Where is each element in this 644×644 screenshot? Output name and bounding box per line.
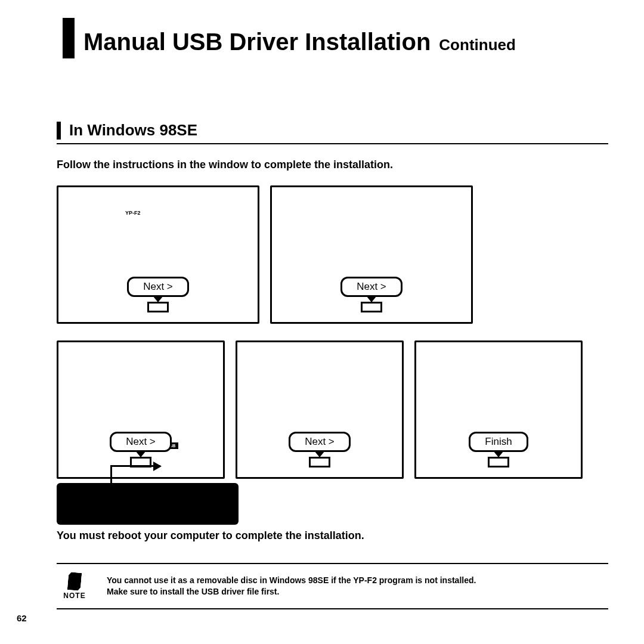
path-callout-arrow-icon: [110, 465, 160, 467]
next-button-callout: Next >: [105, 432, 177, 467]
next-button-callout: Next >: [284, 432, 355, 467]
click-indicator-icon: [309, 457, 330, 467]
section-title: In Windows 98SE: [69, 121, 197, 140]
next-button[interactable]: Next >: [110, 432, 172, 452]
next-button-callout: Next >: [336, 277, 407, 312]
note-text: You cannot use it as a removable disc in…: [107, 575, 476, 597]
wizard-dialog-1: YP-F2 Next >: [57, 185, 259, 324]
instruction-text: Follow the instructions in the window to…: [57, 159, 608, 171]
note-label: NOTE: [63, 592, 85, 600]
dialog-row-1: YP-F2 Next > Next >: [57, 185, 608, 324]
section-windows98se: In Windows 98SE Follow the instructions …: [57, 121, 608, 479]
note-line-2: Make sure to install the USB driver file…: [107, 586, 476, 597]
title-main: Manual USB Driver Installation: [83, 29, 431, 55]
title-continued: Continued: [439, 36, 516, 54]
note-icon-block: NOTE: [57, 572, 92, 600]
next-button-callout: Next >: [122, 277, 194, 312]
driver-path-callout: [57, 483, 239, 525]
dialog-row-2: \USB Driver\win98 USB Next > Next > Fini…: [57, 340, 608, 479]
manual-page: Manual USB Driver Installation Continued…: [36, 18, 608, 638]
finish-button[interactable]: Finish: [469, 432, 528, 452]
click-indicator-icon: [361, 302, 382, 312]
pencil-icon: [67, 572, 82, 591]
click-indicator-icon: [488, 457, 509, 467]
next-button[interactable]: Next >: [127, 277, 189, 297]
next-button[interactable]: Next >: [289, 432, 351, 452]
wizard-dialog-3: \USB Driver\win98 USB Next >: [57, 340, 225, 479]
title-accent-bar: [63, 18, 75, 58]
finish-button-callout: Finish: [463, 432, 534, 467]
click-indicator-icon: [147, 302, 169, 312]
note-line-1: You cannot use it as a removable disc in…: [107, 575, 476, 586]
page-title: Manual USB Driver Installation Continued: [83, 18, 608, 55]
wizard-dialog-2: Next >: [270, 185, 473, 324]
wizard-dialog-4: Next >: [236, 340, 404, 479]
note-box: NOTE You cannot use it as a removable di…: [57, 563, 608, 609]
wizard-dialog-5: Finish: [414, 340, 583, 479]
next-button[interactable]: Next >: [340, 277, 402, 297]
section-accent-bar: [57, 122, 61, 140]
page-number: 62: [17, 613, 27, 623]
section-rule: [57, 143, 608, 144]
device-name-text: YP-F2: [125, 210, 141, 216]
reboot-text: You must reboot your computer to complet…: [57, 530, 608, 542]
